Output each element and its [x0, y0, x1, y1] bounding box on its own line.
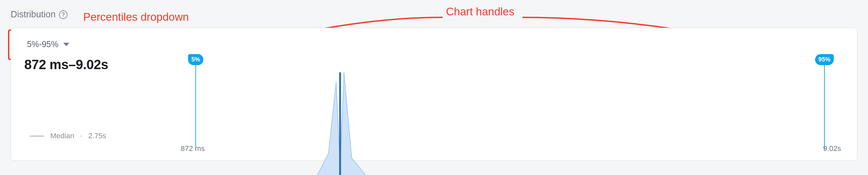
median-legend: Median · 2.75s [30, 131, 106, 140]
chart-handle-right-label: 95% [818, 56, 830, 63]
median-value: 2.75s [88, 131, 106, 140]
percentiles-dropdown[interactable]: 5%-95% [24, 38, 72, 50]
x-axis-label-min: 872 ms [181, 144, 205, 153]
chevron-down-icon [63, 43, 69, 46]
section-title-text: Distribution [11, 9, 56, 20]
median-label: Median [50, 131, 74, 140]
x-axis-label-max: 9.02s [823, 144, 841, 153]
section-title: Distribution ? [11, 9, 68, 20]
distribution-chart: 5% 95% 872 ms 9.02s [181, 45, 841, 158]
chart-handle-left-label: 5% [191, 56, 200, 63]
median-swatch-icon [30, 135, 44, 136]
distribution-card: 5%-95% 872 ms–9.02s Median · 2.75s 5% 95… [11, 28, 857, 160]
distribution-area-svg [194, 63, 828, 175]
percentiles-dropdown-label: 5%-95% [27, 40, 59, 49]
median-dot: · [80, 131, 82, 140]
help-icon[interactable]: ? [59, 10, 68, 19]
